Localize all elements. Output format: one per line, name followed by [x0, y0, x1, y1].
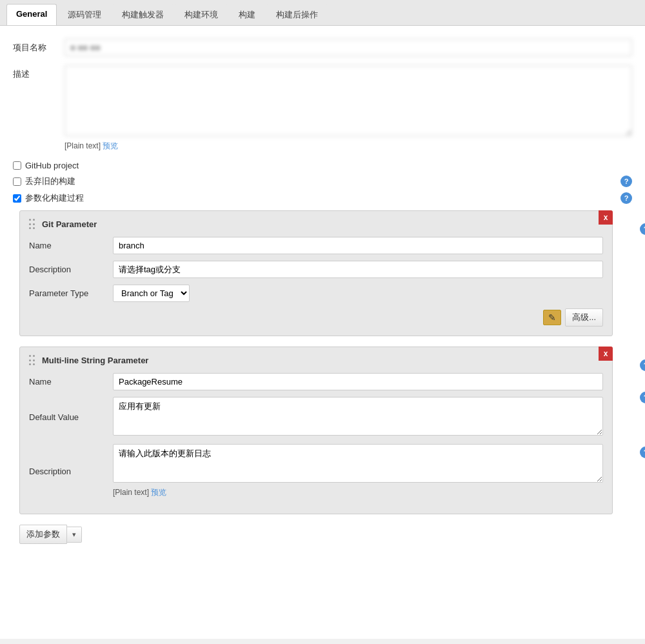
- git-parameter-close-button[interactable]: x: [599, 210, 613, 225]
- multiline-description-row: Description 请输入此版本的更新日志 [Plain text] 预览: [29, 444, 603, 498]
- preview-link[interactable]: 预览: [103, 141, 118, 150]
- multiline-name-field: [113, 373, 603, 390]
- multiline-default-row: Default Value 应用有更新: [29, 397, 603, 438]
- git-name-label: Name: [29, 241, 113, 250]
- project-name-label: 项目名称: [13, 39, 64, 54]
- git-name-row: Name: [29, 237, 603, 254]
- multiline-parameter-block: x Multi-line String Parameter Name De: [19, 347, 613, 514]
- git-parameter-actions: ✎ 高级...: [29, 308, 603, 327]
- git-name-input[interactable]: [113, 237, 603, 254]
- discard-old-checkbox[interactable]: [13, 177, 21, 186]
- description-textarea[interactable]: [64, 65, 632, 136]
- git-param-type-select[interactable]: Branch or Tag Branch Tag Revision: [113, 285, 190, 302]
- multiline-default-textarea[interactable]: 应用有更新: [113, 397, 603, 436]
- multiline-description-field: 请输入此版本的更新日志 [Plain text] 预览: [113, 444, 603, 498]
- multiline-name-help-icon[interactable]: ?: [640, 359, 645, 371]
- git-parameter-help-icon[interactable]: ?: [640, 223, 645, 235]
- tabs-bar: General 源码管理 构建触发器 构建环境 构建 构建后操作: [0, 0, 645, 26]
- multiline-description-label: Description: [29, 467, 113, 476]
- git-param-type-field: Branch or Tag Branch Tag Revision: [113, 285, 603, 302]
- multiline-description-help-icon[interactable]: ?: [640, 447, 645, 458]
- add-param-wrap: 添加参数 ▾: [19, 525, 632, 544]
- git-param-type-row: Parameter Type Branch or Tag Branch Tag …: [29, 285, 603, 302]
- tab-general[interactable]: General: [6, 4, 57, 25]
- git-description-label: Description: [29, 265, 113, 274]
- multiline-default-field: 应用有更新: [113, 397, 603, 438]
- git-description-input[interactable]: [113, 261, 603, 278]
- discard-old-row: 丢弃旧的构建 ?: [13, 176, 632, 187]
- description-label: 描述: [13, 65, 64, 80]
- multiline-name-row: Name: [29, 373, 603, 390]
- git-param-type-label: Parameter Type: [29, 288, 113, 298]
- git-advanced-button[interactable]: 高级...: [565, 308, 603, 327]
- multiline-name-label: Name: [29, 377, 113, 387]
- git-description-row: Description: [29, 261, 603, 278]
- multiline-preview-link[interactable]: 预览: [151, 488, 166, 497]
- github-project-checkbox[interactable]: [13, 161, 21, 170]
- git-edit-icon-button[interactable]: ✎: [543, 310, 561, 325]
- chevron-down-icon: ▾: [72, 530, 76, 538]
- project-name-field: [64, 39, 632, 56]
- parameterized-help-icon[interactable]: ?: [620, 192, 632, 204]
- git-parameter-title: Git Parameter: [42, 219, 97, 229]
- git-description-field: [113, 261, 603, 278]
- github-project-label: GitHub project: [25, 161, 79, 170]
- discard-old-label: 丢弃旧的构建: [25, 176, 75, 187]
- add-param-dropdown[interactable]: ▾: [67, 527, 82, 543]
- tab-build[interactable]: 构建: [229, 4, 265, 25]
- tab-triggers[interactable]: 构建触发器: [112, 4, 174, 25]
- tab-post-build[interactable]: 构建后操作: [266, 4, 328, 25]
- project-name-row: 项目名称: [13, 39, 632, 56]
- tab-env[interactable]: 构建环境: [175, 4, 228, 25]
- multiline-plain-text-label: [Plain text]: [113, 488, 149, 497]
- add-param-button[interactable]: 添加参数: [19, 525, 67, 544]
- parameterized-label: 参数化构建过程: [25, 192, 84, 204]
- multiline-default-help-icon[interactable]: ?: [640, 392, 645, 403]
- git-name-field: [113, 237, 603, 254]
- tab-scm[interactable]: 源码管理: [58, 4, 111, 25]
- git-parameter-grip: [29, 219, 37, 229]
- parameterized-row: 参数化构建过程 ?: [13, 192, 632, 204]
- project-name-input[interactable]: [64, 39, 632, 56]
- multiline-description-textarea[interactable]: 请输入此版本的更新日志: [113, 444, 603, 483]
- github-project-row: GitHub project: [13, 161, 632, 170]
- git-parameter-header: Git Parameter: [29, 219, 603, 229]
- multiline-parameter-close-button[interactable]: x: [599, 347, 613, 361]
- description-field: [Plain text] 预览: [64, 65, 632, 152]
- multiline-parameter-grip: [29, 355, 37, 365]
- multiline-parameter-title: Multi-line String Parameter: [42, 356, 148, 365]
- discard-old-help-icon[interactable]: ?: [620, 176, 632, 187]
- git-parameter-block: x Git Parameter Name Description: [19, 210, 613, 336]
- multiline-parameter-header: Multi-line String Parameter: [29, 355, 603, 365]
- plain-text-row: [Plain text] 预览: [64, 141, 632, 152]
- parameterized-checkbox[interactable]: [13, 194, 21, 203]
- multiline-plain-text-row: [Plain text] 预览: [113, 487, 603, 498]
- edit-icon: ✎: [548, 312, 556, 323]
- description-row: 描述 [Plain text] 预览: [13, 65, 632, 152]
- plain-text-label: [Plain text]: [64, 141, 101, 150]
- multiline-default-label: Default Value: [29, 412, 113, 422]
- main-content: 项目名称 描述 [Plain text] 预览 GitHub project 丢…: [0, 26, 645, 639]
- multiline-name-input[interactable]: [113, 373, 603, 390]
